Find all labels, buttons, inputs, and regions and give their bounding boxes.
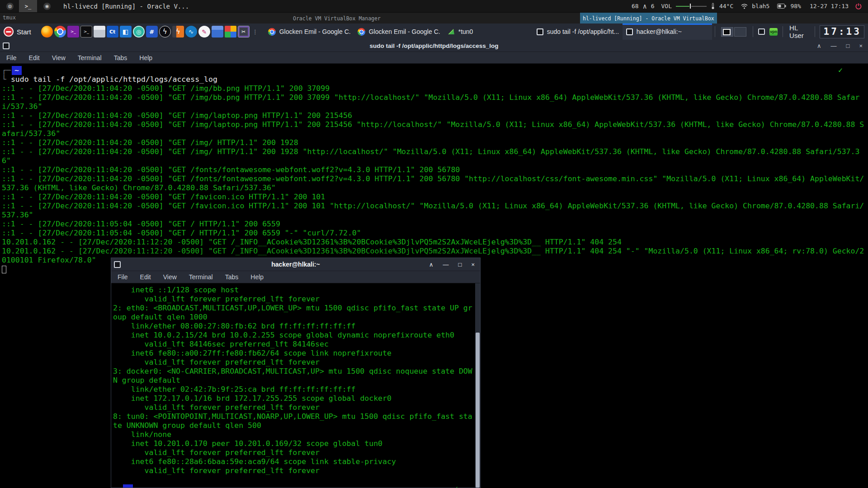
exit-status-check: ✓ — [453, 484, 458, 488]
taskbar-task[interactable]: Glocken Emil - Google C... — [264, 23, 354, 40]
prompt-bracket: └ — [2, 75, 6, 84]
command-text: sudo tail -f /opt/applic/httpd/logs/acce… — [11, 75, 217, 84]
task-label: Glocken Emil - Google C... — [369, 28, 440, 35]
output-line: valid_lft forever preferred_lft forever — [113, 358, 473, 367]
taskbar-task[interactable]: Glocken Emil - Google C... — [354, 23, 443, 40]
menu-item[interactable]: View — [52, 54, 66, 61]
workspace-2[interactable] — [734, 27, 746, 37]
window-list-bar: tmux Oracle VM VirtualBox Manager hl-liv… — [0, 12, 868, 23]
window-control-button[interactable]: □ — [846, 42, 850, 49]
power-icon[interactable] — [855, 3, 862, 9]
scrollbar-thumb[interactable] — [476, 333, 480, 488]
taskbar-task[interactable]: *tun0 — [443, 23, 533, 40]
log-line: ::1 - - [27/Dec/2020:11:04:20 -0500] "GE… — [2, 138, 866, 147]
launcher-icon[interactable] — [94, 26, 105, 38]
launcher-icon[interactable] — [146, 26, 158, 38]
display-tray-icon[interactable] — [758, 28, 765, 35]
main-window-title: sudo tail -f /opt/applic/httpd/logs/acce… — [0, 42, 868, 49]
launcher-icon[interactable] — [198, 26, 210, 38]
launcher-icon[interactable] — [159, 26, 171, 38]
vpn-tray-icon[interactable]: vpn — [769, 28, 778, 36]
output-line: 8: tun0: <POINTOPOINT,MULTICAST,NOARP,UP… — [113, 412, 473, 430]
log-line: ::1 - - [27/Dec/2020:11:04:20 -0500] "GE… — [2, 202, 866, 220]
taskbar-task[interactable]: sudo tail -f /opt/applic/ht... — [533, 23, 623, 40]
menu-item[interactable]: File — [6, 54, 17, 61]
quick-launch — [41, 26, 250, 38]
launcher-icon[interactable] — [185, 26, 197, 38]
output-line: 3: docker0: <NO-CARRIER,BROADCAST,MULTIC… — [113, 367, 473, 385]
window-control-button[interactable]: ∧ — [817, 42, 821, 49]
battery-percent: 98% — [790, 3, 801, 9]
menu-item[interactable]: Terminal — [78, 54, 102, 61]
window-item-virtualbox-manager[interactable]: Oracle VM VirtualBox Manager — [290, 13, 383, 24]
datetime-value: 12-27 17:13 — [810, 3, 849, 9]
window-control-button[interactable]: □ — [458, 261, 462, 268]
output-line: link/ether 08:00:27:80:fb:62 brd ff:ff:f… — [113, 322, 473, 331]
window-control-button[interactable]: — — [443, 261, 449, 268]
start-logo-icon — [4, 27, 14, 37]
overlay-terminal-window: hacker@hlkali:~ ∧—□× FileEditViewTermina… — [111, 258, 481, 488]
task-label: *tun0 — [458, 28, 473, 35]
menu-item[interactable]: Tabs — [114, 54, 127, 61]
user-label: HL User — [789, 24, 808, 39]
vm-window-title: hl-livecd [Running] - Oracle V... — [63, 3, 189, 10]
launcher-icon[interactable] — [67, 26, 79, 38]
log-line: ::1 - - [27/Dec/2020:11:05:04 -0500] "GE… — [2, 220, 866, 229]
window-control-button[interactable]: × — [471, 261, 475, 268]
stat-left-value: 68 — [632, 3, 639, 9]
arrow-up-icon: ∧ — [643, 2, 647, 10]
task-label: Glocken Emil - Google C... — [279, 28, 350, 35]
menu-item[interactable]: Help — [250, 273, 264, 281]
launcher-icon[interactable] — [172, 26, 184, 38]
launcher-icon[interactable] — [225, 26, 236, 38]
window-item-vm-active[interactable]: hl-livecd [Running] - Oracle VM VirtualB… — [580, 13, 717, 24]
main-title-bar[interactable]: sudo tail -f /opt/applic/httpd/logs/acce… — [0, 40, 868, 52]
output-line: link/none — [113, 430, 473, 439]
separator — [783, 26, 783, 37]
launcher-icon[interactable] — [133, 26, 145, 38]
window-control-button[interactable]: — — [831, 42, 837, 49]
launcher-icon[interactable] — [54, 26, 66, 38]
log-line: ::1 - - [27/Dec/2020:11:04:20 -0500] "GE… — [2, 84, 866, 93]
overlay-terminal-content[interactable]: inet6 ::1/128 scope host valid_lft forev… — [111, 283, 480, 488]
workspace-1[interactable] — [721, 27, 733, 37]
menu-item[interactable]: Help — [139, 54, 152, 61]
scrollbar[interactable] — [475, 283, 480, 488]
output-line: valid_lft forever preferred_lft forever — [113, 466, 473, 475]
launcher-icon[interactable] — [80, 26, 92, 38]
launcher-icon[interactable] — [107, 26, 118, 38]
log-line: ::1 - - [27/Dec/2020:11:04:20 -0500] "GE… — [2, 147, 866, 165]
volume-slider[interactable] — [676, 4, 707, 9]
overlay-title-bar[interactable]: hacker@hlkali:~ ∧—□× — [111, 258, 480, 271]
window-control-button[interactable]: ∧ — [429, 261, 434, 268]
menu-item[interactable]: File — [118, 273, 128, 281]
launcher-icon[interactable] — [120, 26, 132, 38]
terminal-tab[interactable]: >_ — [19, 0, 37, 12]
menu-item[interactable]: View — [163, 273, 177, 281]
taskbar-task[interactable]: hacker@hlkali:~ — [623, 23, 712, 40]
menu-item[interactable]: Terminal — [189, 273, 213, 281]
window-controls: ∧—□× — [817, 42, 868, 49]
log-line: ::1 - - [27/Dec/2020:11:04:20 -0500] "GE… — [2, 93, 866, 111]
task-label: hacker@hlkali:~ — [637, 28, 682, 35]
menu-item[interactable]: Tabs — [225, 273, 239, 281]
task-icon — [268, 28, 276, 36]
menu-item[interactable]: Edit — [29, 54, 40, 61]
launcher-icon[interactable] — [41, 26, 53, 38]
workspace-pager[interactable] — [721, 27, 746, 37]
ip-addr-output: inet6 ::1/128 scope host valid_lft forev… — [113, 286, 473, 475]
launcher-overflow-icon[interactable]: ⋮ — [252, 28, 258, 35]
overlay-window-title: hacker@hlkali:~ — [111, 261, 480, 268]
log-line: ::1 - - [27/Dec/2020:11:04:20 -0500] "GE… — [2, 120, 866, 138]
window-control-button[interactable]: × — [859, 42, 863, 49]
launcher-icon[interactable] — [238, 26, 250, 38]
window-controls: ∧—□× — [429, 261, 480, 268]
launcher-icon[interactable] — [212, 26, 223, 38]
log-line: ::1 - - [27/Dec/2020:11:04:20 -0500] "GE… — [2, 192, 866, 202]
log-line: ::1 - - [27/Dec/2020:11:05:04 -0500] "GE… — [2, 229, 866, 238]
output-line: inet 172.17.0.1/16 brd 172.17.255.255 sc… — [113, 394, 473, 403]
output-line: 2: eth0: <BROADCAST,MULTICAST,UP,LOWER_U… — [113, 304, 473, 322]
menu-item[interactable]: Edit — [140, 273, 151, 281]
start-button[interactable]: Start — [0, 23, 36, 40]
access-log-output: ::1 - - [27/Dec/2020:11:04:20 -0500] "GE… — [2, 84, 866, 265]
